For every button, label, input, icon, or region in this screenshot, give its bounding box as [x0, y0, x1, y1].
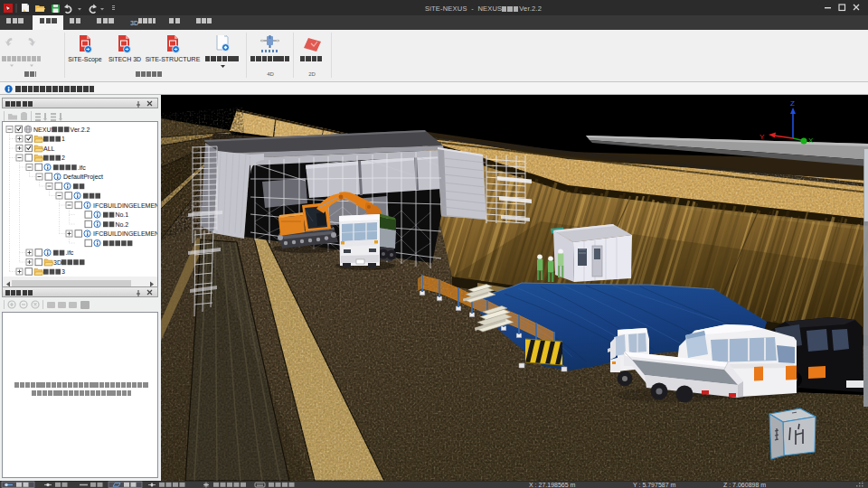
svg-text:1: 1 [61, 136, 65, 142]
svg-text:IFCBUILDINGELEMENTPR: IFCBUILDINGELEMENTPR [93, 230, 157, 237]
svg-text:.ifc: .ifc [65, 249, 73, 256]
svg-text:X : 27.198565 m: X : 27.198565 m [529, 482, 576, 488]
svg-text:IFCBUILDINGELEMEN: IFCBUILDINGELEMEN [93, 202, 157, 209]
svg-text:Y: Y [760, 133, 765, 141]
svg-text:DefaultProject: DefaultProject [63, 174, 103, 181]
svg-text:3D: 3D [53, 259, 61, 266]
svg-text:X: X [808, 136, 814, 145]
svg-text:No.1: No.1 [115, 211, 128, 218]
svg-text:ALL: ALL [43, 145, 55, 152]
svg-text:Z: Z [790, 99, 795, 108]
svg-text:Y : 5.797587 m: Y : 5.797587 m [633, 482, 676, 488]
svg-text:Ver.2.2: Ver.2.2 [71, 127, 90, 133]
svg-text:3: 3 [61, 268, 65, 275]
svg-text:2: 2 [61, 155, 65, 161]
svg-text:.ifc: .ifc [78, 164, 86, 171]
svg-text:No.2: No.2 [115, 221, 128, 228]
svg-text:Z : 7.060898 m: Z : 7.060898 m [723, 482, 766, 488]
